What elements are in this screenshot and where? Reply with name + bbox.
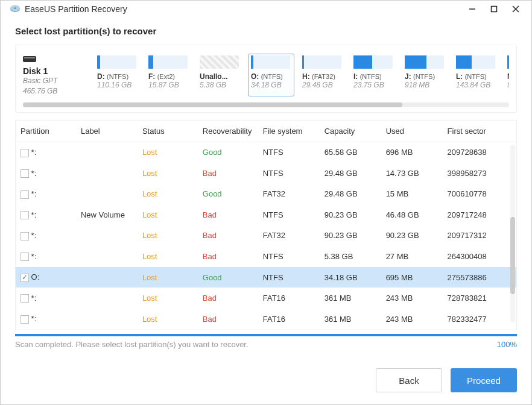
partition-usage-bar bbox=[405, 55, 444, 69]
disk-recovery-icon bbox=[9, 3, 21, 15]
partition-usage-bar bbox=[302, 55, 341, 69]
row-checkbox[interactable] bbox=[21, 190, 29, 199]
cell-used: 14.73 GB bbox=[381, 163, 443, 184]
row-checkbox[interactable] bbox=[21, 294, 29, 303]
cell-filesystem: NTFS bbox=[258, 267, 320, 288]
partition-card-label: O: (NTFS) bbox=[251, 72, 291, 81]
disk-strip-scrollbar[interactable] bbox=[23, 102, 509, 107]
cell-capacity: 361 MB bbox=[320, 309, 381, 330]
row-checkbox[interactable] bbox=[21, 211, 29, 219]
row-checkbox[interactable] bbox=[21, 315, 29, 324]
partition-card[interactable]: J: (NTFS)918 MB bbox=[402, 54, 448, 96]
partition-card-size: 34.18 GB bbox=[251, 81, 291, 89]
partition-card-label: N: (NTF bbox=[507, 72, 509, 81]
partition-card-size: 15.87 GB bbox=[148, 81, 189, 89]
cell-label: New Volume bbox=[76, 204, 138, 225]
cell-label bbox=[76, 267, 138, 288]
table-row[interactable]: *:LostBadNTFS5.38 GB27 MB264300408 bbox=[16, 246, 516, 267]
cell-used: 695 MB bbox=[381, 267, 443, 288]
disk-type: Basic GPT bbox=[23, 76, 89, 86]
partition-card[interactable]: Unallo... 5.38 GB bbox=[197, 54, 243, 96]
partition-card[interactable]: H: (FAT32)29.48 GB bbox=[299, 54, 346, 96]
table-scrollbar[interactable] bbox=[510, 145, 515, 322]
status-row: Scan completed. Please select lost parti… bbox=[15, 340, 517, 349]
cell-used: 15 MB bbox=[381, 184, 443, 205]
svg-point-2 bbox=[14, 7, 16, 9]
partition-card-label: D: (NTFS) bbox=[97, 72, 138, 81]
back-button[interactable]: Back bbox=[376, 368, 442, 392]
partition-card[interactable]: I: (NTFS)23.75 GB bbox=[350, 54, 397, 96]
partition-usage-bar bbox=[148, 55, 188, 69]
proceed-button[interactable]: Proceed bbox=[451, 368, 517, 392]
cell-label bbox=[76, 309, 138, 330]
table-row[interactable]: *:New VolumeLostBadNTFS90.23 GB46.48 GB2… bbox=[16, 204, 516, 225]
cell-partition: *: bbox=[29, 231, 36, 240]
col-recoverability[interactable]: Recoverability bbox=[198, 121, 258, 142]
table-row[interactable]: *:LostBadNTFS29.48 GB14.73 GB398958273 bbox=[16, 163, 516, 184]
cell-status: Lost bbox=[138, 246, 198, 267]
partition-card[interactable]: F: (Ext2)15.87 GB bbox=[145, 54, 192, 96]
cell-capacity: 29.48 GB bbox=[320, 184, 381, 205]
cell-used: 696 MB bbox=[381, 142, 443, 163]
partition-card[interactable]: D: (NTFS)110.16 GB bbox=[94, 54, 141, 96]
table-row[interactable]: *:LostGoodFAT3229.48 GB15 MB700610778 bbox=[16, 184, 516, 205]
table-row[interactable]: *:LostBadFAT16361 MB243 MB782332477 bbox=[16, 309, 516, 330]
table-row[interactable]: *:LostBadFAT16361 MB243 MB728783821 bbox=[16, 287, 516, 309]
app-logo: EaseUS Partition Recovery bbox=[9, 3, 127, 15]
col-used[interactable]: Used bbox=[381, 121, 443, 142]
table-row[interactable]: *:LostGoodNTFS65.58 GB696 MB209728638 bbox=[16, 142, 516, 163]
cell-partition: *: bbox=[29, 252, 36, 261]
cell-partition: *: bbox=[29, 189, 36, 198]
partition-usage-bar bbox=[251, 55, 290, 69]
cell-partition: O: bbox=[29, 272, 39, 281]
row-checkbox[interactable] bbox=[21, 274, 29, 282]
cell-recoverability: Bad bbox=[198, 163, 258, 184]
cell-firstsector: 264300408 bbox=[443, 246, 516, 267]
disk-name: Disk 1 bbox=[23, 66, 89, 76]
table-row[interactable]: O:LostGoodNTFS34.18 GB695 MB275573886 bbox=[16, 267, 516, 288]
cell-label bbox=[76, 225, 138, 246]
col-capacity[interactable]: Capacity bbox=[320, 121, 381, 142]
svg-rect-4 bbox=[492, 7, 497, 12]
app-window: EaseUS Partition Recovery Select lost pa… bbox=[0, 0, 532, 405]
row-checkbox[interactable] bbox=[21, 232, 29, 240]
cell-firstsector: 209717248 bbox=[443, 204, 516, 225]
page-heading: Select lost partition(s) to recover bbox=[15, 26, 517, 36]
cell-used: 90.23 GB bbox=[381, 225, 443, 246]
maximize-button[interactable] bbox=[483, 1, 505, 17]
disk-icon bbox=[23, 56, 36, 62]
titlebar: EaseUS Partition Recovery bbox=[1, 1, 531, 17]
col-partition[interactable]: Partition bbox=[16, 121, 76, 142]
cell-partition: *: bbox=[29, 169, 36, 178]
disk-size: 465.76 GB bbox=[23, 86, 89, 96]
cell-filesystem: NTFS bbox=[258, 204, 320, 225]
partition-card[interactable]: N: (NTF98.71 G bbox=[504, 54, 509, 96]
cell-filesystem: FAT32 bbox=[258, 225, 320, 246]
partition-card[interactable]: O: (NTFS)34.18 GB bbox=[248, 54, 294, 96]
row-checkbox[interactable] bbox=[21, 253, 29, 261]
cell-label bbox=[76, 142, 138, 163]
cell-recoverability: Good bbox=[198, 267, 258, 288]
row-checkbox[interactable] bbox=[21, 149, 29, 157]
cell-filesystem: NTFS bbox=[258, 142, 320, 163]
col-label[interactable]: Label bbox=[76, 121, 138, 142]
minimize-button[interactable] bbox=[461, 1, 483, 17]
cell-firstsector: 209728638 bbox=[443, 142, 516, 163]
cell-status: Lost bbox=[138, 309, 198, 330]
partition-usage-bar bbox=[507, 55, 509, 69]
row-checkbox[interactable] bbox=[21, 169, 29, 178]
cell-capacity: 5.38 GB bbox=[320, 246, 381, 267]
col-firstsector[interactable]: First sector bbox=[443, 121, 516, 142]
cell-status: Lost bbox=[138, 225, 198, 246]
partition-card-size: 918 MB bbox=[405, 81, 445, 89]
col-filesystem[interactable]: File system bbox=[258, 121, 320, 142]
table-row[interactable]: *:LostBadFAT3290.23 GB90.23 GB209717312 bbox=[16, 225, 516, 246]
partition-card-label: J: (NTFS) bbox=[405, 72, 445, 81]
cell-capacity: 90.23 GB bbox=[320, 225, 381, 246]
cell-label bbox=[76, 287, 138, 309]
col-status[interactable]: Status bbox=[138, 121, 198, 142]
partition-card[interactable]: L: (NTFS)143.84 GB bbox=[453, 54, 499, 96]
cell-firstsector: 782332477 bbox=[443, 309, 516, 330]
partition-card-size: 5.38 GB bbox=[200, 81, 240, 89]
close-button[interactable] bbox=[505, 1, 527, 17]
